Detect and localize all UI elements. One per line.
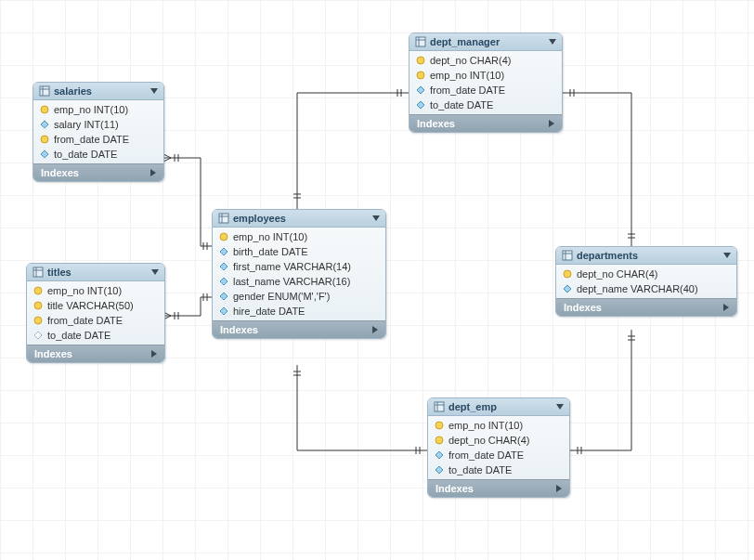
svg-marker-29 xyxy=(417,101,424,109)
collapse-icon[interactable] xyxy=(556,404,564,410)
column-row[interactable]: to_date DATE xyxy=(33,147,163,162)
collapse-icon[interactable] xyxy=(151,269,159,275)
pk-icon xyxy=(39,104,50,115)
column-row[interactable]: dept_no CHAR(4) xyxy=(428,433,569,448)
entity-header-titles[interactable]: titles xyxy=(27,264,164,281)
table-icon xyxy=(434,401,445,412)
indexes-section[interactable]: Indexes xyxy=(33,163,163,181)
entity-title: dept_manager xyxy=(426,36,549,47)
pk-icon xyxy=(32,285,44,296)
column-row[interactable]: title VARCHAR(50) xyxy=(27,298,164,313)
svg-point-27 xyxy=(417,72,424,79)
collapse-icon[interactable] xyxy=(723,253,731,258)
entity-employees[interactable]: employees emp_no INT(10) birth_date DATE… xyxy=(212,209,386,339)
column-label: title VARCHAR(50) xyxy=(47,300,134,311)
column-label: from_date DATE xyxy=(47,315,123,326)
indexes-label: Indexes xyxy=(564,302,602,313)
column-row[interactable]: emp_no INT(10) xyxy=(213,229,385,244)
column-row[interactable]: last_name VARCHAR(16) xyxy=(213,274,385,289)
column-list: emp_no INT(10) title VARCHAR(50) from_da… xyxy=(27,281,164,345)
expand-icon xyxy=(556,485,562,492)
column-row[interactable]: hire_date DATE xyxy=(213,304,385,319)
column-label: from_date DATE xyxy=(430,85,505,96)
er-canvas: salaries emp_no INT(10) salary INT(11) f… xyxy=(0,0,754,560)
indexes-section[interactable]: Indexes xyxy=(556,298,736,316)
column-list: dept_no CHAR(4) dept_name VARCHAR(40) xyxy=(556,265,736,298)
table-icon xyxy=(32,267,44,278)
column-row[interactable]: from_date DATE xyxy=(410,83,562,98)
svg-rect-30 xyxy=(435,402,444,411)
collapse-icon[interactable] xyxy=(150,88,158,94)
entity-titles[interactable]: titles emp_no INT(10) title VARCHAR(50) … xyxy=(26,263,165,363)
pk-icon xyxy=(39,134,50,145)
entity-title: employees xyxy=(229,213,372,224)
entity-dept-manager[interactable]: dept_manager dept_no CHAR(4) emp_no INT(… xyxy=(409,33,563,133)
column-row[interactable]: first_name VARCHAR(14) xyxy=(213,259,385,274)
expand-icon xyxy=(372,326,378,333)
column-row[interactable]: emp_no INT(10) xyxy=(33,102,163,117)
column-label: dept_no CHAR(4) xyxy=(448,435,529,446)
attr-icon xyxy=(415,85,426,96)
svg-marker-6 xyxy=(41,150,48,158)
attr-icon xyxy=(39,119,50,130)
svg-point-3 xyxy=(41,106,48,113)
svg-marker-35 xyxy=(436,451,443,459)
column-row[interactable]: emp_no INT(10) xyxy=(428,418,569,433)
column-label: to_date DATE xyxy=(47,330,110,341)
indexes-section[interactable]: Indexes xyxy=(428,479,569,497)
column-label: from_date DATE xyxy=(54,134,129,145)
svg-rect-23 xyxy=(416,37,425,46)
svg-marker-36 xyxy=(436,466,443,474)
column-row[interactable]: gender ENUM('M','F') xyxy=(213,289,385,304)
entity-dept-emp[interactable]: dept_emp emp_no INT(10) dept_no CHAR(4) … xyxy=(427,397,570,498)
column-row[interactable]: from_date DATE xyxy=(27,313,164,328)
svg-rect-14 xyxy=(219,214,228,223)
entity-header-salaries[interactable]: salaries xyxy=(33,83,163,100)
column-row[interactable]: dept_no CHAR(4) xyxy=(410,53,562,68)
column-row[interactable]: birth_date DATE xyxy=(213,244,385,259)
entity-header-departments[interactable]: departments xyxy=(556,247,736,265)
indexes-section[interactable]: Indexes xyxy=(410,114,562,132)
entity-salaries[interactable]: salaries emp_no INT(10) salary INT(11) f… xyxy=(32,82,164,182)
entity-header-dept-manager[interactable]: dept_manager xyxy=(410,33,562,51)
collapse-icon[interactable] xyxy=(372,215,380,221)
indexes-label: Indexes xyxy=(41,167,79,178)
svg-marker-22 xyxy=(220,307,228,315)
column-label: salary INT(11) xyxy=(54,119,119,130)
expand-icon xyxy=(150,169,156,176)
column-label: emp_no INT(10) xyxy=(430,70,504,81)
pk-icon xyxy=(434,435,445,446)
column-row[interactable]: salary INT(11) xyxy=(33,117,163,132)
column-row[interactable]: dept_name VARCHAR(40) xyxy=(556,281,736,296)
column-row[interactable]: to_date DATE xyxy=(410,98,562,112)
table-icon xyxy=(415,36,426,47)
entity-departments[interactable]: departments dept_no CHAR(4) dept_name VA… xyxy=(555,246,737,317)
attr-icon xyxy=(562,283,573,294)
attr-icon xyxy=(415,99,426,111)
svg-rect-0 xyxy=(40,86,49,96)
entity-header-dept-emp[interactable]: dept_emp xyxy=(428,398,569,416)
collapse-icon[interactable] xyxy=(549,39,556,45)
column-row[interactable]: from_date DATE xyxy=(33,132,163,147)
column-list: emp_no INT(10) dept_no CHAR(4) from_date… xyxy=(428,416,569,479)
expand-icon xyxy=(723,304,729,311)
column-row[interactable]: to_date DATE xyxy=(428,462,569,477)
pk-icon xyxy=(32,315,44,326)
indexes-section[interactable]: Indexes xyxy=(213,320,385,338)
indexes-section[interactable]: Indexes xyxy=(27,345,164,362)
column-label: emp_no INT(10) xyxy=(233,231,307,242)
indexes-label: Indexes xyxy=(436,483,474,494)
column-row[interactable]: emp_no INT(10) xyxy=(27,283,164,298)
column-row[interactable]: dept_no CHAR(4) xyxy=(556,267,736,281)
column-row[interactable]: emp_no INT(10) xyxy=(410,68,562,83)
column-label: emp_no INT(10) xyxy=(54,104,128,115)
entity-header-employees[interactable]: employees xyxy=(213,210,385,228)
indexes-label: Indexes xyxy=(34,348,72,359)
column-row[interactable]: to_date DATE xyxy=(27,328,164,343)
pk-icon xyxy=(434,420,445,431)
entity-title: salaries xyxy=(50,85,150,97)
column-list: emp_no INT(10) birth_date DATE first_nam… xyxy=(213,228,385,320)
svg-marker-18 xyxy=(220,248,228,255)
column-label: dept_name VARCHAR(40) xyxy=(577,283,698,294)
column-row[interactable]: from_date DATE xyxy=(428,448,569,462)
